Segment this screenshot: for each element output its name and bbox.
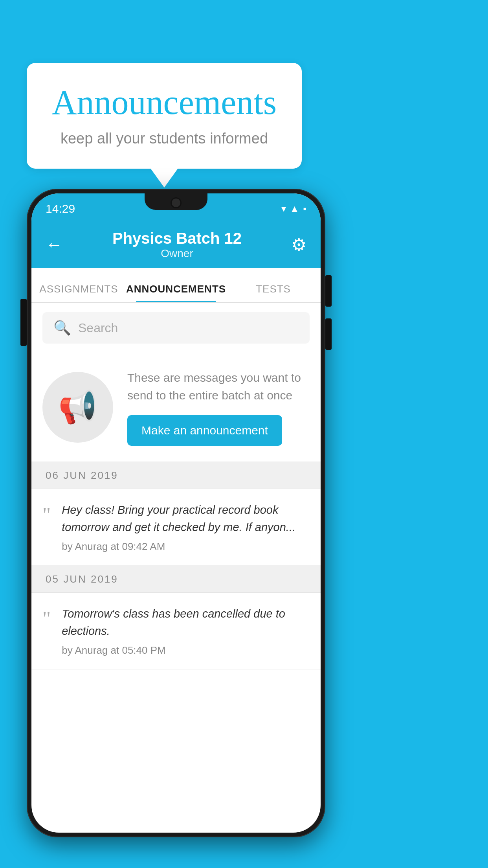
phone-container: 14:29 ▾ ▲ ▪ ← Physics Batch 12 Owner ⚙ (27, 189, 325, 837)
batch-name: Physics Batch 12 (63, 230, 291, 247)
announcement-meta-1: by Anurag at 09:42 AM (62, 541, 165, 552)
announcement-cta-section: 📢 These are messages you want to send to… (31, 353, 321, 462)
tab-announcements[interactable]: ANNOUNCEMENTS (126, 283, 226, 302)
quote-icon-1: " (42, 505, 51, 525)
announcement-item-2[interactable]: " Tomorrow's class has been cancelled du… (31, 593, 321, 669)
announcement-item-1[interactable]: " Hey class! Bring your practical record… (31, 489, 321, 566)
app-bar-title: Physics Batch 12 Owner (63, 230, 291, 260)
search-placeholder: Search (78, 321, 118, 335)
date-separator-2: 05 JUN 2019 (31, 566, 321, 593)
signal-icon: ▲ (290, 203, 299, 214)
settings-icon[interactable]: ⚙ (291, 235, 306, 255)
speech-bubble-container: Announcements keep all your students inf… (27, 63, 302, 169)
status-time: 14:29 (46, 202, 75, 215)
date-label-2: 05 JUN 2019 (46, 573, 118, 585)
megaphone-icon: 📢 (58, 389, 97, 426)
speech-bubble-subtitle: keep all your students informed (50, 130, 278, 147)
search-container: 🔍 Search (31, 303, 321, 353)
back-button[interactable]: ← (46, 235, 63, 254)
app-bar: ← Physics Batch 12 Owner ⚙ (31, 221, 321, 268)
quote-icon-2: " (42, 609, 51, 629)
announcement-message-2: Tomorrow's class has been cancelled due … (62, 605, 310, 640)
phone-outer: 14:29 ▾ ▲ ▪ ← Physics Batch 12 Owner ⚙ (27, 189, 325, 837)
volume-down-button (325, 318, 332, 350)
battery-icon: ▪ (303, 203, 306, 214)
announcement-cta-description: These are messages you want to send to t… (127, 369, 310, 404)
announcement-message-1: Hey class! Bring your practical record b… (62, 502, 310, 536)
make-announcement-button[interactable]: Make an announcement (127, 415, 282, 446)
volume-up-button (325, 275, 332, 307)
date-separator-1: 06 JUN 2019 (31, 462, 321, 489)
tabs-bar: ASSIGNMENTS ANNOUNCEMENTS TESTS (31, 268, 321, 303)
search-bar[interactable]: 🔍 Search (42, 312, 310, 344)
announcement-cta-right: These are messages you want to send to t… (127, 369, 310, 446)
search-icon: 🔍 (53, 320, 71, 336)
megaphone-circle: 📢 (42, 372, 113, 443)
announcement-content-1: Hey class! Bring your practical record b… (62, 502, 310, 553)
phone-notch (145, 193, 207, 210)
speech-bubble: Announcements keep all your students inf… (27, 63, 302, 169)
power-button (20, 299, 27, 346)
tab-tests[interactable]: TESTS (226, 283, 321, 302)
user-role: Owner (63, 247, 291, 260)
tab-assignments[interactable]: ASSIGNMENTS (31, 283, 126, 302)
phone-camera (171, 197, 182, 208)
date-label-1: 06 JUN 2019 (46, 469, 118, 481)
announcement-content-2: Tomorrow's class has been cancelled due … (62, 605, 310, 657)
speech-bubble-title: Announcements (50, 83, 278, 122)
wifi-icon: ▾ (281, 203, 286, 214)
status-icons: ▾ ▲ ▪ (281, 203, 306, 214)
phone-screen: 14:29 ▾ ▲ ▪ ← Physics Batch 12 Owner ⚙ (31, 193, 321, 833)
announcement-meta-2: by Anurag at 05:40 PM (62, 644, 166, 656)
